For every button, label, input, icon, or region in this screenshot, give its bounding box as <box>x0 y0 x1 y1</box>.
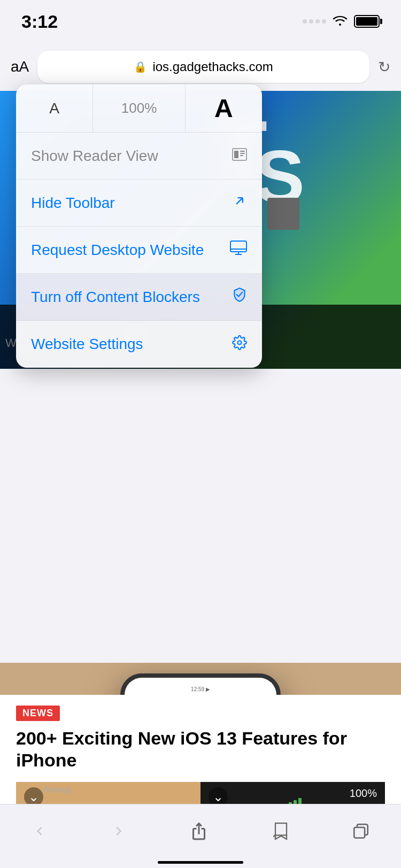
hero-gray-box <box>267 198 299 230</box>
lock-icon: 🔒 <box>134 60 147 73</box>
news-headline: 200+ Exciting New iOS 13 Features for iP… <box>16 727 385 771</box>
status-bar: 3:12 <box>0 0 401 43</box>
reader-view-label: Show Reader View <box>31 148 158 165</box>
svg-rect-5 <box>234 151 238 158</box>
desktop-icon <box>230 241 247 259</box>
website-settings-label: Website Settings <box>31 336 143 353</box>
status-icons <box>303 14 380 29</box>
phone-screen-status: 12:59 ▶ <box>131 686 270 692</box>
font-decrease-button[interactable]: A <box>16 84 93 132</box>
desktop-website-label: Request Desktop Website <box>31 242 204 259</box>
dropdown-menu: A 100% A Show Reader View Hide Toolbar <box>16 84 262 368</box>
thumb-right-chevron: ⌄ <box>209 787 228 804</box>
url-text: ios.gadgethacks.com <box>152 59 273 74</box>
status-time: 3:12 <box>21 11 58 32</box>
thumb-right: ⌄ 100% Carrier LTE 📶 Carrier 2 <box>200 782 385 804</box>
settings-gear-icon <box>232 335 247 354</box>
content-blockers-item[interactable]: Turn off Content Blockers <box>16 274 262 321</box>
address-bar: aA 🔒 ios.gadgethacks.com ↻ <box>0 43 401 91</box>
hide-toolbar-label: Hide Toolbar <box>31 195 115 212</box>
svg-rect-6 <box>240 151 245 152</box>
svg-rect-7 <box>240 153 245 154</box>
svg-rect-8 <box>240 155 243 156</box>
thumb-pct: 100% <box>350 787 377 800</box>
svg-rect-3 <box>354 827 365 838</box>
bottom-toolbar <box>0 804 401 868</box>
svg-point-13 <box>238 340 242 344</box>
thumb-left-chevron: ⌄ <box>24 787 43 804</box>
news-badge: NEWS <box>16 706 60 721</box>
reader-view-item[interactable]: Show Reader View <box>16 133 262 180</box>
forward-button[interactable] <box>110 823 127 840</box>
share-button[interactable] <box>189 821 209 841</box>
website-settings-item[interactable]: Website Settings <box>16 321 262 368</box>
thumb-signal: Carrier LTE 📶 Carrier 2 📞 Union <box>274 798 312 804</box>
wifi-icon <box>333 14 348 29</box>
reader-view-icon <box>232 148 247 165</box>
news-thumbnails: ⌄ Animoji 🦒 ⌄ 100% Carrier LTE 📶 <box>16 782 385 804</box>
content-scroll-area: ⌄ 12:59 ▶ ‹ General Software Update On A… <box>0 369 401 679</box>
battery-icon <box>354 15 380 28</box>
home-indicator <box>158 861 243 864</box>
hide-toolbar-item[interactable]: Hide Toolbar <box>16 180 262 227</box>
refresh-button[interactable]: ↻ <box>378 58 390 76</box>
font-increase-button[interactable]: A <box>186 84 262 132</box>
news-section: NEWS 200+ Exciting New iOS 13 Features f… <box>0 695 401 804</box>
aa-button[interactable]: aA <box>11 58 29 75</box>
font-size-row: A 100% A <box>16 84 262 133</box>
hide-toolbar-icon <box>232 193 247 212</box>
bookmarks-button[interactable] <box>271 821 290 841</box>
shield-icon <box>232 287 247 307</box>
content-blockers-label: Turn off Content Blockers <box>31 289 200 306</box>
tabs-button[interactable] <box>352 822 370 840</box>
back-button[interactable] <box>31 823 48 840</box>
font-percent: 100% <box>93 84 186 132</box>
signal-dots-icon <box>303 19 326 24</box>
svg-rect-9 <box>230 241 246 252</box>
url-bar[interactable]: 🔒 ios.gadgethacks.com <box>37 51 369 83</box>
desktop-website-item[interactable]: Request Desktop Website <box>16 227 262 274</box>
thumb-left: ⌄ Animoji 🦒 <box>16 782 200 804</box>
